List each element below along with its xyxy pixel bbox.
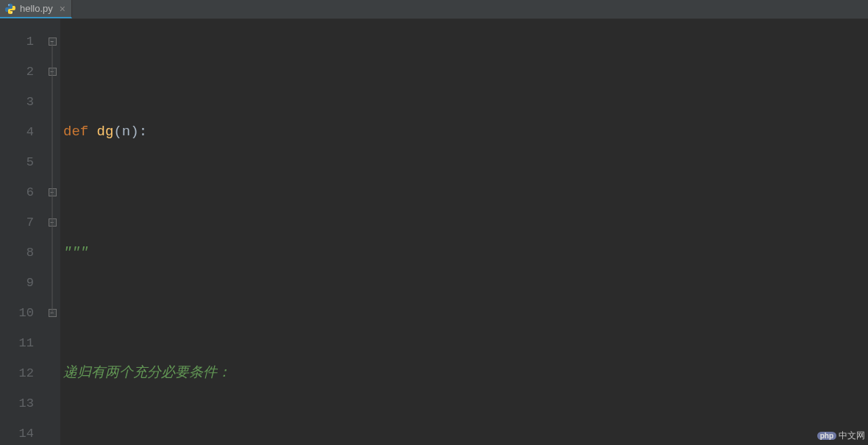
line-number: 13 (0, 388, 34, 419)
line-number: 3 (0, 87, 34, 117)
tab-bar: hello.py × (0, 0, 868, 19)
svg-point-0 (8, 4, 9, 5)
line-number: 14 (0, 419, 34, 445)
line-number: 5 (0, 147, 34, 177)
line-number: 7 (0, 207, 34, 238)
code-line[interactable]: def dg(n): (63, 117, 868, 147)
line-number: 6 (0, 177, 34, 207)
close-icon[interactable]: × (60, 3, 65, 15)
watermark-text: 中文网 (839, 430, 865, 442)
line-number: 10 (0, 298, 34, 328)
line-number: 8 (0, 238, 34, 268)
code-editor[interactable]: 1 2 3 4 5 6 7 8 9 10 11 12 13 14 − − − −… (0, 19, 868, 445)
code-line[interactable]: """ (63, 238, 868, 268)
svg-point-1 (11, 12, 12, 13)
line-number: 12 (0, 358, 34, 388)
code-line[interactable]: 递归有两个充分必要条件： (63, 358, 868, 388)
line-number-gutter: 1 2 3 4 5 6 7 8 9 10 11 12 13 14 (0, 19, 44, 445)
line-number: 1 (0, 26, 34, 57)
line-number: 4 (0, 117, 34, 147)
line-number: 9 (0, 268, 34, 298)
tab-filename: hello.py (20, 3, 53, 14)
line-number: 11 (0, 328, 34, 358)
watermark: php 中文网 (817, 430, 865, 442)
code-area[interactable]: def dg(n): """ 递归有两个充分必要条件： 1、调用自身的方法； 2… (60, 19, 868, 445)
file-tab[interactable]: hello.py × (0, 0, 72, 18)
line-number: 2 (0, 57, 34, 87)
php-badge-icon: php (817, 432, 836, 440)
python-file-icon (4, 3, 16, 15)
fold-gutter: − − − − − (44, 19, 60, 445)
